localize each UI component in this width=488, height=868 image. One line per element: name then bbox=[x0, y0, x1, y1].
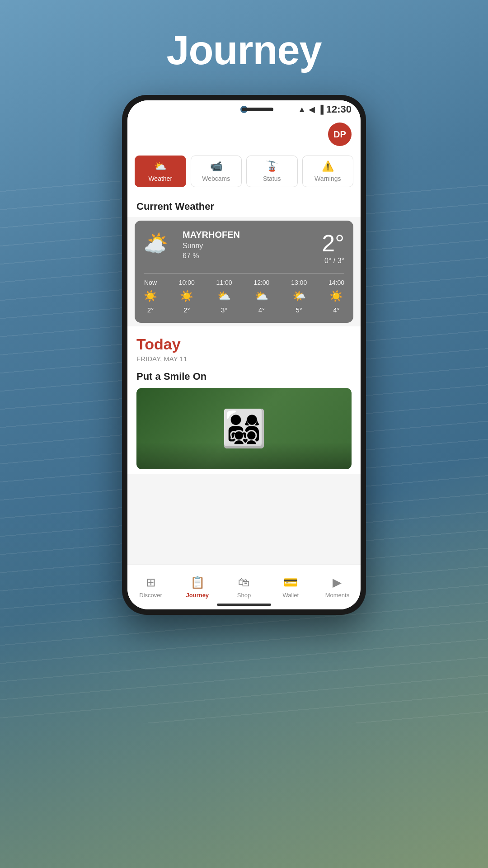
cloud-icon: ☁️ bbox=[144, 236, 166, 257]
hour-item-1: 10:00 ☀️ 2° bbox=[179, 279, 195, 314]
hour-temp-5: 4° bbox=[333, 306, 339, 314]
moments-label: Moments bbox=[325, 592, 349, 599]
today-label: Today bbox=[136, 335, 352, 353]
moments-icon: ▶ bbox=[333, 576, 342, 590]
hour-label-0: Now bbox=[144, 279, 157, 286]
status-tab-icon: 🚡 bbox=[266, 160, 278, 172]
hour-icon-5: ☀️ bbox=[329, 290, 343, 302]
hour-icon-4: 🌤️ bbox=[292, 290, 306, 302]
hour-icon-3: ⛅ bbox=[255, 290, 268, 302]
hour-label-4: 13:00 bbox=[291, 279, 307, 286]
tab-warnings[interactable]: ⚠️ Warnings bbox=[302, 156, 354, 187]
hour-item-0: Now ☀️ 2° bbox=[144, 279, 157, 314]
hour-item-2: 11:00 ⛅ 3° bbox=[216, 279, 232, 314]
tab-status[interactable]: 🚡 Status bbox=[246, 156, 298, 187]
weather-card: ☀️ ☁️ MAYRHOFEN Sunny 67 % 2° 0° / 3° bbox=[135, 221, 353, 323]
hour-temp-1: 2° bbox=[183, 306, 190, 314]
weather-top: ☀️ ☁️ MAYRHOFEN Sunny 67 % 2° 0° / 3° bbox=[144, 230, 344, 265]
nav-wallet[interactable]: 💳 Wallet bbox=[267, 572, 314, 602]
page-title: Journey bbox=[0, 27, 488, 74]
hour-icon-0: ☀️ bbox=[144, 290, 157, 302]
tabs-row: ⛅ Weather 📹 Webcams 🚡 Status ⚠️ Warnings bbox=[127, 150, 361, 193]
nav-moments[interactable]: ▶ Moments bbox=[314, 572, 361, 602]
phone-frame: ▲ ◀ ▐ 12:30 DP ⛅ Weather 📹 Webcams 🚡 Sta… bbox=[122, 95, 366, 615]
hour-temp-4: 5° bbox=[296, 306, 302, 314]
weather-divider bbox=[144, 273, 344, 274]
hour-item-3: 12:00 ⛅ 4° bbox=[253, 279, 269, 314]
main-temperature: 2° bbox=[322, 230, 344, 257]
status-tab-label: Status bbox=[263, 175, 281, 182]
hour-label-2: 11:00 bbox=[216, 279, 232, 286]
weather-tab-label: Weather bbox=[148, 175, 172, 182]
weather-temp-right: 2° 0° / 3° bbox=[322, 230, 344, 265]
hour-item-4: 13:00 🌤️ 5° bbox=[291, 279, 307, 314]
temp-range: 0° / 3° bbox=[322, 257, 344, 265]
warnings-tab-label: Warnings bbox=[314, 175, 341, 182]
discover-label: Discover bbox=[139, 592, 162, 599]
discover-icon: ⊞ bbox=[146, 576, 156, 590]
hour-temp-2: 3° bbox=[221, 306, 227, 314]
status-time: 12:30 bbox=[326, 104, 352, 115]
phone-screen: ▲ ◀ ▐ 12:30 DP ⛅ Weather 📹 Webcams 🚡 Sta… bbox=[127, 100, 361, 609]
weather-description: Sunny bbox=[183, 242, 240, 250]
hour-label-1: 10:00 bbox=[179, 279, 195, 286]
nav-discover[interactable]: ⊞ Discover bbox=[127, 572, 174, 602]
hour-temp-0: 2° bbox=[147, 306, 154, 314]
hour-label-5: 14:00 bbox=[328, 279, 344, 286]
hour-label-3: 12:00 bbox=[253, 279, 269, 286]
tab-weather[interactable]: ⛅ Weather bbox=[135, 156, 186, 187]
status-icons: ▲ ◀ ▐ 12:30 bbox=[298, 104, 352, 115]
hourly-forecast: Now ☀️ 2° 10:00 ☀️ 2° 11:00 ⛅ 3° bbox=[144, 279, 344, 314]
hour-icon-1: ☀️ bbox=[180, 290, 193, 302]
shop-icon: 🛍 bbox=[238, 576, 250, 590]
today-section: Today FRIDAY, MAY 11 Put a Smile On 👨‍👩‍… bbox=[127, 326, 361, 474]
tab-webcams[interactable]: 📹 Webcams bbox=[191, 156, 242, 187]
shop-label: Shop bbox=[237, 592, 251, 599]
promo-image[interactable]: 👨‍👩‍👧‍👦 bbox=[136, 388, 352, 469]
weather-location-info: MAYRHOFEN Sunny 67 % bbox=[183, 230, 240, 260]
home-indicator bbox=[217, 604, 271, 606]
promo-overlay bbox=[136, 442, 352, 469]
bottom-nav: ⊞ Discover 📋 Journey 🛍 Shop 💳 Wallet ▶ M… bbox=[127, 564, 361, 609]
nav-journey[interactable]: 📋 Journey bbox=[174, 572, 221, 602]
weather-humidity: 67 % bbox=[183, 252, 240, 260]
warnings-tab-icon: ⚠️ bbox=[322, 160, 334, 172]
status-bar: ▲ ◀ ▐ 12:30 bbox=[127, 100, 361, 118]
hour-icon-2: ⛅ bbox=[217, 290, 231, 302]
app-header: DP bbox=[127, 118, 361, 150]
weather-tab-icon: ⛅ bbox=[154, 160, 166, 172]
content-title: Put a Smile On bbox=[136, 371, 352, 382]
weather-left: ☀️ ☁️ MAYRHOFEN Sunny 67 % bbox=[144, 230, 240, 260]
webcams-tab-label: Webcams bbox=[202, 175, 230, 182]
journey-label: Journey bbox=[186, 592, 209, 599]
wifi-icon: ▲ bbox=[298, 105, 306, 114]
hour-item-5: 14:00 ☀️ 4° bbox=[328, 279, 344, 314]
nav-shop[interactable]: 🛍 Shop bbox=[221, 572, 267, 602]
webcams-tab-icon: 📹 bbox=[210, 160, 222, 172]
location-name: MAYRHOFEN bbox=[183, 230, 240, 240]
weather-condition-icon: ☀️ ☁️ bbox=[144, 232, 175, 257]
today-date: FRIDAY, MAY 11 bbox=[136, 355, 352, 363]
journey-icon: 📋 bbox=[190, 576, 205, 590]
current-weather-header: Current Weather bbox=[127, 193, 361, 217]
battery-icon: ▐ bbox=[318, 105, 324, 114]
hour-temp-3: 4° bbox=[258, 306, 265, 314]
signal-icon: ◀ bbox=[309, 104, 315, 114]
main-content: Current Weather ☀️ ☁️ MAYRHOFEN Sunny 67… bbox=[127, 193, 361, 584]
wallet-icon: 💳 bbox=[283, 576, 298, 590]
speaker-notch bbox=[242, 108, 273, 111]
user-avatar[interactable]: DP bbox=[328, 123, 352, 146]
wallet-label: Wallet bbox=[282, 592, 299, 599]
